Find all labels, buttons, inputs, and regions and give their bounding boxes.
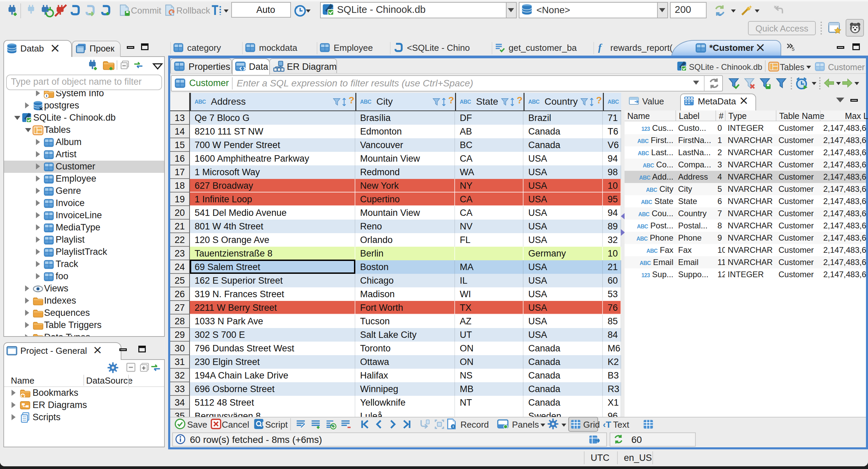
svg-text:5: 5 xyxy=(792,46,794,52)
svg-text:f: f xyxy=(598,42,603,53)
